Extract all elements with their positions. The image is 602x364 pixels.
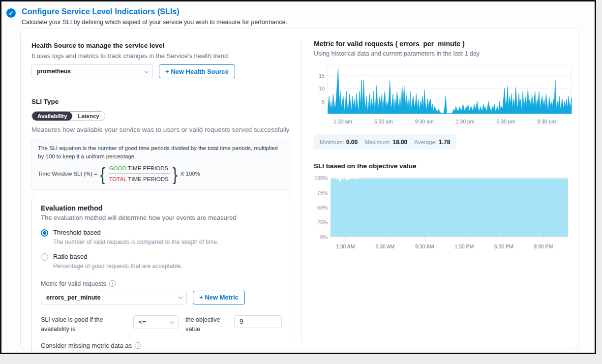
objective-prefix: SLI value is good if the availability is [41, 315, 126, 334]
sli-type-description: Measures how available your service was … [31, 126, 291, 133]
sli-config-card: Health Source to manage the service leve… [20, 29, 578, 348]
min-value: 0.00 [346, 139, 358, 146]
close-brace: } [173, 165, 178, 183]
sli-type-toggle: Availability Latency [31, 111, 105, 121]
max-label: Maximum: [364, 139, 391, 145]
threshold-based-desc: The number of valid requests is compared… [53, 239, 218, 245]
new-health-source-button[interactable]: + New Health Source [159, 64, 235, 78]
formula-total: TOTAL [109, 176, 127, 182]
health-source-heading: Health Source to manage the service leve… [31, 42, 291, 49]
evaluation-method-card: Evaluation method The evaluation method … [31, 196, 291, 354]
preview-column: Metric for valid requests ( errors_per_m… [301, 29, 578, 348]
x-tick-label: 9:30 pm [537, 119, 556, 124]
chevron-down-icon [144, 68, 149, 73]
y-tick-label: 75% [317, 190, 328, 196]
min-label: Minimum: [320, 139, 344, 145]
metric-select[interactable]: errors_per_minute [41, 291, 187, 304]
formula-den-rest: TIME PERIODS [126, 176, 168, 182]
metric-valid-requests-label-row: Metric for valid requests i [41, 280, 282, 287]
y-tick-label: 50% [317, 205, 328, 211]
sli-chart-plot [331, 178, 568, 239]
x-tick-label: 9:30 AM [415, 243, 434, 249]
step-complete-check-icon: ✓ [6, 8, 16, 18]
sli-chart-x-axis: 1:30 AM5:30 AM9:30 AM1:30 PM5:30 PM9:30 … [331, 242, 568, 252]
x-tick-label: 1:30 PM [454, 243, 474, 249]
x-tick-label: 1:30 am [333, 119, 352, 124]
objective-value-input[interactable] [234, 315, 282, 328]
page-title: Configure Service Level Indicatiors (SLI… [22, 7, 287, 16]
metric-selected-value: errors_per_minute [46, 294, 100, 301]
formula-good: GOOD [109, 165, 126, 171]
health-source-select[interactable]: prometheus [31, 64, 153, 78]
sli-equation-formula: Time Window SLI (%) = { GOOD TIME PERIOD… [38, 164, 285, 183]
x-tick-label: 5:30 am [374, 119, 393, 124]
health-source-subheading: It uses logs and metrics to track change… [31, 52, 291, 60]
x-tick-label: 5:30 PM [494, 243, 513, 249]
metric-valid-requests-label: Metric for valid requests [41, 280, 106, 287]
x-tick-label: 5:30 AM [375, 243, 394, 249]
sli-type-option-availability[interactable]: Availability [32, 112, 72, 121]
health-source-selected-value: prometheus [37, 68, 71, 75]
page-subtitle: Calculate your SLI by defining which asp… [22, 19, 287, 26]
evaluation-subheading: The evaluation method will determine how… [41, 214, 282, 221]
x-tick-label: 5:30 pm [496, 119, 515, 124]
ratio-based-label: Ratio based [53, 253, 182, 260]
chevron-down-icon [170, 319, 175, 324]
y-tick-label: 10 [319, 86, 325, 91]
avg-label: Average: [414, 139, 437, 145]
ratio-based-desc: Percentage of good requests that are acc… [53, 263, 182, 270]
objective-row: SLI value is good if the availability is… [41, 315, 282, 334]
threshold-based-label: Threshold based [53, 229, 218, 236]
y-tick-label: 100% [314, 175, 328, 181]
y-tick-label: 25% [317, 219, 328, 225]
app-window: ✓ Configure Service Level Indicatiors (S… [0, 0, 596, 354]
new-metric-button[interactable]: + New Metric [193, 291, 245, 304]
info-icon[interactable]: i [135, 342, 141, 349]
wizard-connector-line [6, 4, 6, 349]
operator-value: <= [139, 319, 146, 326]
formula-suffix: X 100% [181, 170, 200, 178]
ratio-based-option: Ratio based Percentage of good requests … [41, 253, 282, 270]
x-tick-label: 1:30 AM [336, 243, 355, 249]
page-header: ✓ Configure Service Level Indicatiors (S… [6, 7, 287, 26]
metric-stats-pill: Minimum:0.00 Maximum:18.00 Average:1.78 [314, 134, 456, 150]
metric-chart: 51015 1:30 am5:30 am9:30 am1:30 pm5:30 p… [314, 65, 572, 127]
formula-prefix: Time Window SLI (%) = [38, 170, 97, 178]
sli-type-option-latency[interactable]: Latency [72, 112, 104, 121]
threshold-based-radio[interactable] [41, 229, 48, 237]
sli-chart-y-axis: 0%25%50%75%100% [314, 178, 331, 252]
formula-fraction: GOOD TIME PERIODS TOTAL TIME PERIODS [108, 164, 170, 183]
max-value: 18.00 [392, 139, 407, 146]
config-column: Health Source to manage the service leve… [21, 29, 301, 348]
y-tick-label: 0% [320, 234, 328, 240]
x-tick-label: 1:30 pm [456, 119, 475, 124]
y-tick-label: 15 [319, 73, 325, 79]
open-brace: { [100, 165, 105, 183]
missing-data-label: Consider missing metric data as [41, 342, 132, 349]
formula-num-rest: TIME PERIODS [126, 165, 168, 171]
metric-chart-x-axis: 1:30 am5:30 am9:30 am1:30 pm5:30 pm9:30 … [328, 117, 572, 127]
chevron-down-icon [178, 294, 183, 299]
ratio-based-radio[interactable] [41, 253, 48, 261]
metric-chart-plot [328, 65, 572, 114]
evaluation-heading: Evaluation method [41, 204, 282, 212]
objective-middle: the objective value [185, 315, 222, 334]
avg-value: 1.78 [439, 139, 450, 146]
metric-chart-subtitle: Using historical data and current parame… [314, 50, 572, 57]
x-tick-label: 9:30 am [415, 119, 434, 124]
metric-chart-y-axis: 51015 [314, 65, 328, 127]
y-tick-label: 5 [322, 99, 325, 105]
sli-type-heading: SLI Type [31, 98, 291, 105]
sli-chart-title: SLI based on the objective value [314, 162, 572, 170]
info-icon[interactable]: i [109, 280, 116, 287]
sli-chart: 0%25%50%75%100% 1:30 AM5:30 AM9:30 AM1:3… [314, 178, 572, 252]
threshold-based-option: Threshold based The number of valid requ… [41, 229, 282, 245]
metric-chart-title: Metric for valid requests ( errors_per_m… [314, 40, 572, 48]
missing-data-label-row: Consider missing metric data as i [41, 342, 282, 349]
x-tick-label: 9:30 PM [534, 243, 553, 249]
sli-equation-text: The SLI equation is the number of good t… [38, 144, 284, 160]
operator-select[interactable]: <= [133, 315, 179, 329]
sli-equation-box: The SLI equation is the number of good t… [31, 139, 291, 190]
